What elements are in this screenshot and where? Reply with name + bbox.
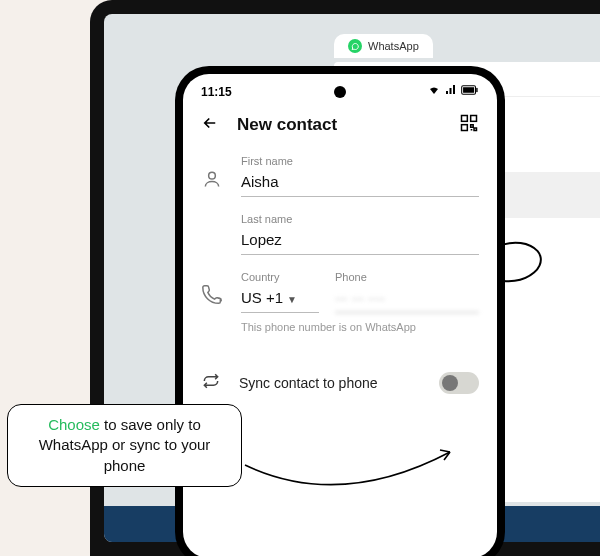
callout-bubble: Choose to save only to WhatsApp or sync … bbox=[7, 404, 242, 487]
chevron-down-icon: ▼ bbox=[287, 294, 297, 305]
country-field[interactable]: US +1▼ bbox=[241, 285, 319, 313]
appbar-title: New contact bbox=[237, 115, 441, 135]
sync-icon bbox=[201, 371, 221, 395]
callout-highlight: Choose bbox=[48, 416, 100, 433]
svg-rect-13 bbox=[462, 125, 468, 131]
whatsapp-icon bbox=[348, 39, 362, 53]
phone-label: Phone bbox=[335, 271, 479, 283]
back-icon[interactable] bbox=[201, 114, 219, 136]
signal-icon bbox=[444, 84, 458, 99]
phone-field[interactable]: ··· ··· ···· bbox=[335, 285, 479, 313]
phone-icon bbox=[201, 285, 223, 313]
svg-rect-11 bbox=[462, 116, 468, 122]
wifi-icon bbox=[427, 84, 441, 99]
contact-form: First name Aisha Last name Lopez Country bbox=[183, 147, 497, 359]
status-time: 11:15 bbox=[201, 85, 232, 99]
toggle-knob bbox=[442, 375, 458, 391]
last-name-label: Last name bbox=[241, 213, 479, 225]
svg-rect-12 bbox=[471, 116, 477, 122]
appbar: New contact bbox=[183, 99, 497, 147]
country-label: Country bbox=[241, 271, 319, 283]
battery-icon bbox=[461, 84, 479, 99]
sync-row: Sync contact to phone bbox=[183, 359, 497, 407]
sync-toggle[interactable] bbox=[439, 372, 479, 394]
phone-helper-text: This phone number is on WhatsApp bbox=[241, 321, 479, 333]
last-name-field[interactable]: Lopez bbox=[241, 227, 479, 255]
first-name-label: First name bbox=[241, 155, 479, 167]
qr-icon[interactable] bbox=[459, 113, 479, 137]
svg-rect-9 bbox=[463, 87, 474, 93]
svg-rect-10 bbox=[476, 88, 477, 92]
first-name-field[interactable]: Aisha bbox=[241, 169, 479, 197]
person-icon bbox=[201, 169, 223, 197]
sync-label: Sync contact to phone bbox=[239, 375, 421, 391]
window-tab-label: WhatsApp bbox=[368, 40, 419, 52]
svg-point-14 bbox=[209, 172, 216, 179]
window-tab-whatsapp[interactable]: WhatsApp bbox=[334, 34, 433, 58]
camera-hole bbox=[334, 86, 346, 98]
